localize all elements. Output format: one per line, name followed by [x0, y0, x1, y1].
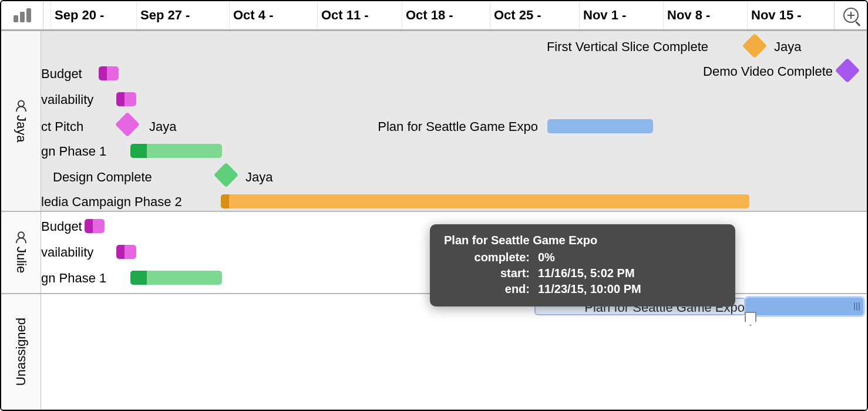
lane-name: Julie — [14, 247, 29, 273]
milestone-label: Demo Video Complete — [703, 64, 833, 79]
lane-header-unassigned[interactable]: Unassigned — [1, 294, 41, 409]
lane-chart-unassigned[interactable]: Plan for Seattle Game Expo — [41, 294, 867, 409]
task-bar-budget[interactable] — [85, 219, 105, 233]
lane-unassigned: Unassigned Plan for Seattle Game Expo — [1, 294, 867, 410]
date-label: Nov 15 - — [751, 8, 802, 23]
milestone-vertical-slice[interactable] — [742, 33, 767, 58]
task-bar-design-phase-1[interactable] — [130, 271, 222, 285]
date-label: Oct 25 - — [494, 8, 541, 23]
assignee-label: Jaya — [149, 119, 176, 134]
task-label: gn Phase 1 — [41, 144, 106, 159]
lane-jaya: Jaya First Vertical Slice Complete Jaya … — [1, 31, 867, 211]
timeline-header: Sep 20 - Sep 27 - Oct 4 - Oct 11 - Oct 1… — [1, 1, 867, 31]
date-column[interactable]: Sep 27 - — [136, 1, 190, 29]
date-label: Nov 8 - — [667, 8, 710, 23]
zoom-in-button[interactable] — [834, 1, 867, 29]
task-label: ct Pitch — [41, 119, 83, 134]
lane-name: Unassigned — [14, 318, 29, 386]
date-column[interactable]: Nov 1 - — [579, 1, 626, 29]
task-label: ledia Campaign Phase 2 — [41, 194, 182, 210]
tooltip-end-value: 11/23/15, 10:00 PM — [538, 281, 641, 297]
task-bar-availability[interactable] — [116, 92, 136, 106]
tooltip-end-label: end: — [444, 281, 538, 297]
task-bar-design-phase-1[interactable] — [130, 144, 222, 158]
lane-chart-jaya[interactable]: First Vertical Slice Complete Jaya Demo … — [41, 31, 867, 211]
completion-marker-icon[interactable] — [745, 312, 756, 326]
task-label: vailability — [41, 245, 93, 260]
task-bar-budget[interactable] — [99, 66, 119, 80]
date-column[interactable]: Oct 25 - — [490, 1, 541, 29]
task-label: Plan for Seattle Game Expo — [378, 119, 538, 134]
assignee-label: Jaya — [774, 39, 801, 55]
tooltip-title: Plan for Seattle Game Expo — [444, 233, 721, 248]
person-icon — [16, 231, 26, 243]
tooltip-complete-value: 0% — [538, 250, 555, 265]
task-label: Budget — [41, 66, 82, 82]
task-bar-availability[interactable] — [116, 245, 136, 259]
milestone-demo-video[interactable] — [835, 58, 860, 83]
task-tooltip: Plan for Seattle Game Expo complete: 0% … — [430, 224, 735, 306]
tooltip-complete-label: complete: — [444, 250, 538, 265]
lane-name: Jaya — [14, 115, 29, 142]
date-ruler[interactable]: Sep 20 - Sep 27 - Oct 4 - Oct 11 - Oct 1… — [43, 1, 834, 29]
date-column[interactable]: Oct 18 - — [402, 1, 453, 29]
person-icon — [16, 100, 26, 112]
lane-header-julie[interactable]: Julie — [1, 212, 41, 293]
date-label: Oct 11 - — [321, 8, 369, 23]
lane-header-jaya[interactable]: Jaya — [1, 31, 41, 211]
date-column[interactable]: Oct 4 - — [229, 1, 273, 29]
task-label: gn Phase 1 — [41, 271, 106, 286]
magnifier-plus-icon — [843, 8, 859, 23]
task-bar-plan-expo[interactable] — [547, 119, 653, 133]
date-label: Oct 18 - — [406, 8, 453, 23]
view-mode-button[interactable] — [1, 1, 43, 29]
drag-handle-icon[interactable] — [854, 302, 860, 311]
task-label: vailability — [41, 92, 93, 107]
milestone-label: Design Complete — [53, 170, 152, 185]
date-label: Nov 1 - — [583, 8, 626, 23]
task-bar-plan-expo-selected[interactable] — [746, 298, 863, 315]
date-column[interactable]: Oct 11 - — [317, 1, 369, 29]
date-column[interactable]: Sep 20 - — [51, 1, 104, 29]
bar-chart-icon — [14, 8, 31, 22]
date-label: Oct 4 - — [233, 8, 273, 23]
task-label: Budget — [41, 219, 82, 234]
milestone-design-complete[interactable] — [214, 163, 238, 187]
date-column[interactable]: Nov 15 - — [747, 1, 802, 29]
task-bar-media-campaign[interactable] — [221, 194, 749, 208]
milestone-pitch[interactable] — [115, 112, 140, 137]
date-label: Sep 20 - — [55, 8, 104, 23]
gantt-body: Jaya First Vertical Slice Complete Jaya … — [1, 31, 867, 410]
tooltip-start-value: 11/16/15, 5:02 PM — [538, 265, 635, 281]
date-column[interactable]: Nov 8 - — [663, 1, 710, 29]
milestone-label: First Vertical Slice Complete — [547, 39, 708, 55]
date-label: Sep 27 - — [140, 8, 190, 23]
assignee-label: Jaya — [245, 170, 272, 185]
tooltip-start-label: start: — [444, 265, 538, 281]
